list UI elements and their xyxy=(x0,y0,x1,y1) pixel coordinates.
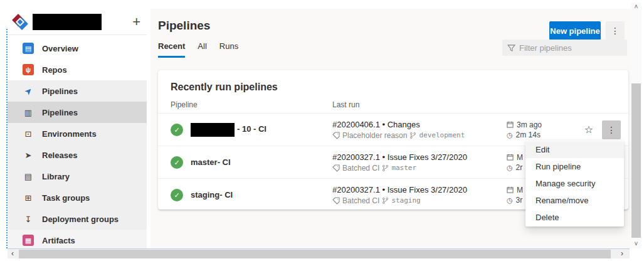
sidebar-item-label: Task groups xyxy=(42,193,90,203)
run-times-cell: 3m ago ◷2m 14s xyxy=(507,120,581,140)
tab-all[interactable]: All xyxy=(198,41,206,58)
sidebar-item-label: Pipelines xyxy=(42,87,78,96)
menu-item-edit[interactable]: Edit xyxy=(525,141,624,158)
clock-icon: ◷ xyxy=(507,130,513,140)
column-header-last-run: Last run xyxy=(332,100,507,109)
sidebar: + ▤ Overview ψ Repos ➤ Pipelines ▥ Pipel… xyxy=(8,9,147,248)
sidebar-item-label: Deployment groups xyxy=(42,215,119,224)
sidebar-item-label: Releases xyxy=(42,151,77,160)
horizontal-scrollbar[interactable]: ‹ › xyxy=(8,248,630,258)
calendar-icon xyxy=(507,186,514,193)
branch-icon xyxy=(409,132,416,139)
add-project-button[interactable]: + xyxy=(132,15,140,29)
run-duration: 3r xyxy=(516,195,523,205)
sidebar-item-deployment-groups[interactable]: ↧ Deployment groups xyxy=(8,208,147,230)
sidebar-item-task-groups[interactable]: ⊞ Task groups xyxy=(8,187,147,208)
rocket-icon: ➤ xyxy=(21,83,36,98)
filter-pipelines-input[interactable] xyxy=(519,43,613,53)
tag-icon xyxy=(332,197,340,205)
branch-name: master xyxy=(391,164,416,172)
task-groups-icon: ⊞ xyxy=(23,193,34,203)
sidebar-item-pipelines-group[interactable]: ➤ Pipelines xyxy=(8,80,147,102)
sidebar-nav: ▤ Overview ψ Repos ➤ Pipelines ▥ Pipelin… xyxy=(8,38,147,251)
pipeline-context-menu: Edit Run pipeline Manage security Rename… xyxy=(525,141,624,226)
sidebar-item-label: Artifacts xyxy=(42,236,75,245)
branch-name: staging xyxy=(391,196,420,205)
scroll-right-icon[interactable]: › xyxy=(617,249,627,259)
sidebar-item-repos[interactable]: ψ Repos xyxy=(8,59,147,80)
sidebar-item-label: Overview xyxy=(42,44,78,53)
card-title: Recently run pipelines xyxy=(158,70,628,93)
tab-recent[interactable]: Recent xyxy=(158,41,185,58)
run-duration: 2m 14s xyxy=(516,130,541,140)
pipeline-name: - 10 - CI xyxy=(191,123,267,137)
menu-item-manage-security[interactable]: Manage security xyxy=(525,175,624,192)
favorite-star-icon[interactable]: ☆ xyxy=(581,124,597,136)
last-run-cell: #20200327.1 • Issue Fixes 3/27/2020 Batc… xyxy=(332,185,507,205)
success-check-icon: ✓ xyxy=(171,189,183,201)
calendar-icon xyxy=(507,154,514,161)
deployment-groups-icon: ↧ xyxy=(23,215,34,224)
sidebar-item-label: Library xyxy=(42,172,70,181)
run-reason: Placeholder reason xyxy=(342,131,407,140)
project-logo-icon xyxy=(13,14,28,29)
page-title: Pipelines xyxy=(158,19,210,33)
last-run-cell: #20200327.1 • Issue Fixes 3/27/2020 Batc… xyxy=(332,152,507,173)
run-duration: 2r xyxy=(516,162,523,173)
run-ago: 3m ago xyxy=(517,120,542,130)
branch-icon xyxy=(382,197,389,205)
sidebar-item-label: Environments xyxy=(42,129,97,139)
vertical-scrollbar[interactable]: ˄ ˅ xyxy=(631,3,641,248)
sidebar-item-overview[interactable]: ▤ Overview xyxy=(8,38,147,59)
repos-icon: ψ xyxy=(23,64,34,75)
success-check-icon: ✓ xyxy=(171,124,183,136)
environments-icon: ⊡ xyxy=(23,129,34,139)
sidebar-item-releases[interactable]: ➤ Releases xyxy=(8,144,147,166)
success-check-icon: ✓ xyxy=(171,156,183,169)
menu-item-delete[interactable]: Delete xyxy=(525,209,624,226)
vertical-scrollbar-thumb[interactable] xyxy=(631,83,641,238)
project-name-redacted[interactable] xyxy=(33,14,102,30)
sidebar-item-pipelines[interactable]: ▥ Pipelines xyxy=(8,102,147,123)
sidebar-item-library[interactable]: ▤ Library xyxy=(8,166,147,187)
run-meta: Placeholder reason development xyxy=(332,131,507,140)
clock-icon: ◷ xyxy=(507,162,513,173)
pipeline-name-redacted xyxy=(191,123,235,137)
menu-item-rename-move[interactable]: Rename/move xyxy=(525,192,624,209)
run-title[interactable]: #20200327.1 • Issue Fixes 3/27/2020 xyxy=(332,185,507,194)
tag-icon xyxy=(332,132,340,139)
tab-bar: Recent All Runs xyxy=(158,41,238,58)
scroll-down-icon[interactable]: ˅ xyxy=(631,240,641,248)
releases-icon: ➤ xyxy=(23,151,34,160)
tab-runs[interactable]: Runs xyxy=(219,41,238,58)
run-title[interactable]: #20200327.1 • Issue Fixes 3/27/2020 xyxy=(332,152,507,162)
pipeline-name-cell: ✓ - 10 - CI xyxy=(171,123,332,137)
last-run-cell: #20200406.1 • Changes Placeholder reason… xyxy=(332,120,507,140)
scroll-up-icon[interactable]: ˄ xyxy=(631,3,641,11)
run-ago: M xyxy=(517,152,523,162)
horizontal-scrollbar-thumb[interactable] xyxy=(19,250,611,258)
branch-icon xyxy=(382,164,389,172)
new-pipeline-button[interactable]: New pipeline xyxy=(549,21,601,40)
sidebar-item-environments[interactable]: ⊡ Environments xyxy=(8,123,147,144)
run-meta: Batched CI master xyxy=(332,164,507,173)
run-title[interactable]: #20200406.1 • Changes xyxy=(332,120,507,129)
filter-funnel-icon xyxy=(507,44,515,52)
sidebar-item-label: Pipelines xyxy=(42,108,78,117)
column-header-pipeline: Pipeline xyxy=(171,100,332,109)
branch-name: development xyxy=(419,131,465,139)
calendar-icon xyxy=(507,121,514,128)
row-more-button[interactable]: ⋮ xyxy=(602,120,621,139)
sidebar-item-label: Repos xyxy=(42,65,67,75)
pipelines-group: ➤ Pipelines ▥ Pipelines ⊡ Environments ➤… xyxy=(8,80,147,230)
menu-item-run-pipeline[interactable]: Run pipeline xyxy=(525,158,624,175)
clock-icon: ◷ xyxy=(507,195,513,205)
scroll-left-icon[interactable]: ‹ xyxy=(8,249,18,259)
pipeline-name: master- CI xyxy=(191,157,231,167)
table-header: Pipeline Last run xyxy=(158,93,628,113)
pipeline-name-cell: ✓ staging- CI xyxy=(171,189,332,201)
header-more-button[interactable]: ⋮ xyxy=(606,21,625,40)
run-meta: Batched CI staging xyxy=(332,196,507,205)
overview-icon: ▤ xyxy=(23,43,34,54)
sidebar-item-artifacts[interactable]: ▦ Artifacts xyxy=(8,230,147,251)
